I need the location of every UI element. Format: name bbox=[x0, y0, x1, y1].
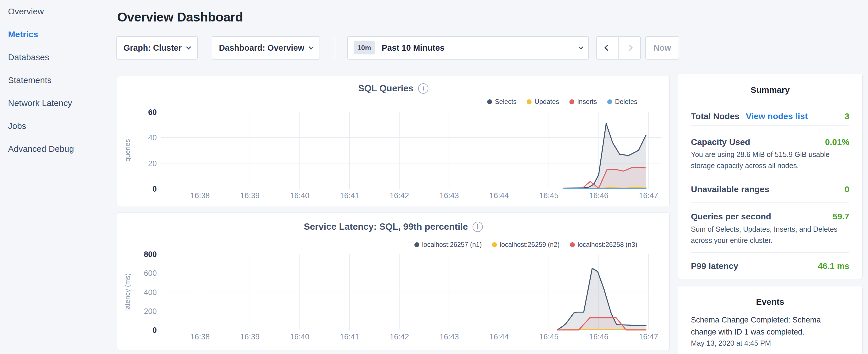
chart-title: SQL Queries bbox=[358, 83, 413, 94]
svg-text:0: 0 bbox=[152, 185, 157, 193]
legend-item[interactable]: localhost:26259 (n2) bbox=[492, 241, 559, 249]
svg-text:16:39: 16:39 bbox=[240, 191, 260, 200]
metric-value: 59.7 bbox=[833, 212, 849, 221]
divider bbox=[691, 202, 849, 203]
legend-item[interactable]: Inserts bbox=[569, 98, 597, 106]
chevron-left-icon bbox=[604, 45, 611, 51]
dashboard-dropdown[interactable]: Dashboard: Overview bbox=[212, 36, 320, 60]
svg-text:16:38: 16:38 bbox=[190, 191, 210, 200]
legend-item[interactable]: Updates bbox=[527, 98, 559, 106]
metric-label: Queries per second bbox=[691, 212, 771, 221]
summary-panel: Summary Total Nodes View nodes list 3 Ca… bbox=[678, 74, 863, 279]
unavailable-ranges-row: Unavailable ranges 0 bbox=[691, 185, 849, 194]
metric-value: 0.01% bbox=[825, 137, 849, 147]
metric-label: Unavailable ranges bbox=[691, 185, 769, 194]
now-button[interactable]: Now bbox=[645, 36, 679, 60]
metric-label: P99 latency bbox=[691, 261, 738, 271]
chevron-down-icon bbox=[186, 45, 191, 50]
legend-swatch-icon bbox=[487, 99, 492, 104]
svg-text:200: 200 bbox=[144, 307, 157, 316]
p99-latency-row: P99 latency 46.1 ms bbox=[691, 261, 849, 271]
service-latency-panel: 020040060080016:3816:3916:4016:4116:4216… bbox=[117, 213, 670, 350]
sql-queries-panel: 020406016:3816:3916:4016:4116:4216:4316:… bbox=[117, 76, 670, 206]
events-panel: Events Schema Change Completed: Schema c… bbox=[678, 286, 863, 354]
legend-label: Selects bbox=[495, 98, 517, 106]
metric-value: 0 bbox=[844, 185, 849, 194]
svg-text:16:42: 16:42 bbox=[390, 191, 409, 200]
time-step-buttons bbox=[596, 36, 641, 60]
sidebar-item-statements[interactable]: Statements bbox=[0, 69, 115, 92]
metric-label: Capacity Used bbox=[691, 137, 750, 147]
service-latency-chart[interactable]: 020040060080016:3816:3916:4016:4116:4216… bbox=[117, 213, 669, 349]
chevron-down-icon bbox=[579, 45, 584, 50]
sidebar: Overview Metrics Databases Statements Ne… bbox=[0, 0, 115, 354]
view-nodes-list-link[interactable]: View nodes list bbox=[746, 111, 808, 121]
legend-item[interactable]: localhost:26257 (n1) bbox=[414, 241, 482, 249]
sidebar-item-metrics[interactable]: Metrics bbox=[0, 23, 115, 46]
legend-item[interactable]: Deletes bbox=[607, 98, 637, 106]
svg-text:16:47: 16:47 bbox=[639, 191, 658, 200]
svg-text:20: 20 bbox=[148, 159, 157, 168]
service-latency-legend: localhost:26257 (n1)localhost:26259 (n2)… bbox=[414, 241, 637, 249]
legend-label: localhost:26257 (n1) bbox=[422, 241, 482, 249]
capacity-used-row: Capacity Used 0.01% bbox=[691, 137, 849, 147]
legend-label: Updates bbox=[534, 98, 559, 106]
legend-label: Inserts bbox=[577, 98, 597, 106]
svg-text:16:39: 16:39 bbox=[240, 332, 260, 341]
svg-text:16:40: 16:40 bbox=[290, 332, 309, 341]
sql-queries-legend: SelectsUpdatesInsertsDeletes bbox=[487, 98, 637, 106]
metric-label: Total Nodes bbox=[691, 111, 739, 121]
time-range-badge: 10m bbox=[353, 41, 375, 55]
total-nodes-row: Total Nodes View nodes list 3 bbox=[691, 111, 849, 121]
svg-text:600: 600 bbox=[144, 269, 157, 278]
legend-item[interactable]: Selects bbox=[487, 98, 517, 106]
legend-swatch-icon bbox=[527, 99, 532, 104]
sidebar-item-jobs[interactable]: Jobs bbox=[0, 115, 115, 137]
event-timestamp: May 13, 2020 at 4:45 PM bbox=[691, 339, 771, 347]
event-item[interactable]: Schema Change Completed: Schema change w… bbox=[691, 314, 841, 338]
sidebar-item-network-latency[interactable]: Network Latency bbox=[0, 92, 115, 115]
page-title: Overview Dashboard bbox=[117, 10, 243, 25]
svg-text:16:44: 16:44 bbox=[490, 332, 509, 341]
dashboard-dropdown-label: Dashboard: Overview bbox=[219, 43, 304, 53]
sidebar-item-databases[interactable]: Databases bbox=[0, 46, 115, 69]
info-icon[interactable]: i bbox=[472, 222, 483, 232]
svg-text:16:42: 16:42 bbox=[390, 332, 409, 341]
legend-label: Deletes bbox=[615, 98, 637, 106]
legend-item[interactable]: localhost:26258 (n3) bbox=[570, 241, 637, 249]
svg-text:16:43: 16:43 bbox=[440, 332, 459, 341]
legend-swatch-icon bbox=[607, 99, 612, 104]
legend-label: localhost:26258 (n3) bbox=[578, 241, 637, 249]
svg-text:16:46: 16:46 bbox=[589, 332, 608, 341]
sidebar-item-overview[interactable]: Overview bbox=[0, 0, 115, 23]
svg-text:16:44: 16:44 bbox=[490, 191, 509, 200]
sidebar-item-advanced-debug[interactable]: Advanced Debug bbox=[0, 137, 115, 160]
info-icon[interactable]: i bbox=[418, 83, 428, 94]
svg-text:16:38: 16:38 bbox=[190, 332, 210, 341]
summary-title: Summary bbox=[678, 85, 862, 95]
svg-text:60: 60 bbox=[148, 108, 157, 117]
metric-value: 3 bbox=[844, 111, 849, 121]
metric-description: Sum of Selects, Updates, Inserts, and De… bbox=[691, 224, 847, 246]
svg-text:800: 800 bbox=[144, 250, 157, 259]
graph-dropdown[interactable]: Graph: Cluster bbox=[116, 36, 198, 60]
svg-text:latency (ms): latency (ms) bbox=[124, 273, 131, 311]
prev-time-button[interactable] bbox=[597, 37, 618, 59]
metric-value: 46.1 ms bbox=[818, 261, 849, 271]
graph-dropdown-label: Graph: Cluster bbox=[124, 43, 182, 53]
chevron-down-icon bbox=[309, 45, 314, 50]
svg-text:16:47: 16:47 bbox=[639, 332, 658, 341]
legend-swatch-icon bbox=[414, 242, 419, 247]
events-title: Events bbox=[678, 297, 862, 307]
legend-label: localhost:26259 (n2) bbox=[500, 241, 559, 249]
svg-text:16:40: 16:40 bbox=[290, 191, 309, 200]
chart-title: Service Latency: SQL, 99th percentile bbox=[304, 221, 468, 232]
legend-swatch-icon bbox=[569, 99, 574, 104]
sql-queries-chart[interactable]: 020406016:3816:3916:4016:4116:4216:4316:… bbox=[117, 76, 669, 206]
svg-text:16:41: 16:41 bbox=[340, 191, 359, 200]
next-time-button[interactable] bbox=[618, 37, 640, 59]
svg-text:16:43: 16:43 bbox=[440, 191, 459, 200]
divider bbox=[691, 125, 849, 126]
time-range-dropdown[interactable]: 10m Past 10 Minutes bbox=[347, 36, 589, 60]
queries-per-second-row: Queries per second 59.7 bbox=[691, 212, 849, 221]
